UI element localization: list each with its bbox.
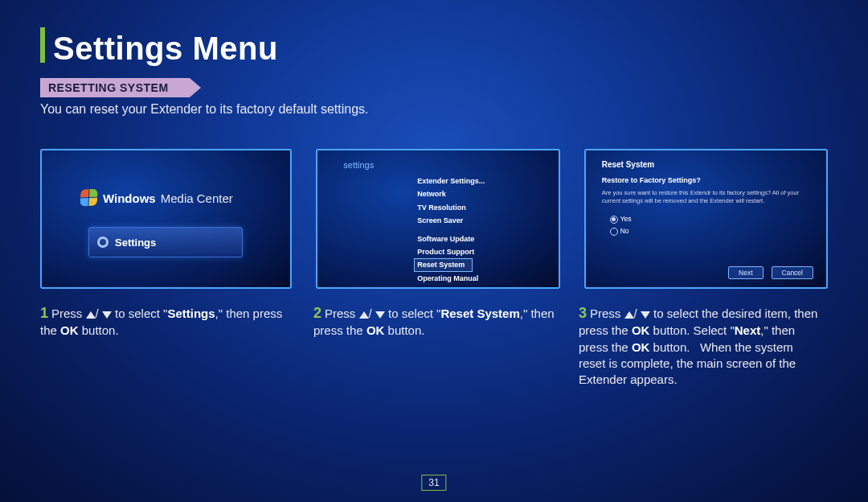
- down-arrow-icon: [641, 311, 650, 319]
- up-arrow-icon: [86, 311, 96, 319]
- radio-selected-icon: [610, 216, 618, 224]
- list-item: Network: [414, 187, 488, 200]
- logo-text-light: Media Center: [161, 191, 233, 205]
- radio-no: No: [610, 225, 632, 237]
- list-item-selected: Reset System: [414, 258, 473, 271]
- settings-tile-label: Settings: [115, 237, 156, 249]
- wmc-logo: Windows Media Center: [80, 189, 233, 207]
- dialog-buttons: Next Cancel: [728, 266, 813, 279]
- radio-unselected-icon: [610, 228, 618, 236]
- screenshots-row: Windows Media Center Settings settings E…: [40, 149, 828, 289]
- up-arrow-icon: [624, 311, 634, 319]
- step-2: 2Press / to select "Reset System," then …: [313, 303, 555, 388]
- next-button: Next: [728, 266, 763, 279]
- screenshot-2: settings Extender Settings... Network TV…: [316, 149, 559, 289]
- dialog-subtitle: Restore to Factory Settings?: [602, 176, 701, 184]
- screenshot-1: Windows Media Center Settings: [40, 149, 292, 289]
- windows-flag-icon: [80, 189, 98, 208]
- list-item: Software Update: [414, 232, 488, 245]
- accent-bar: [40, 27, 45, 63]
- title-row: Settings Menu: [40, 24, 828, 67]
- list-item: Screen Saver: [414, 214, 488, 227]
- list-item: Extender Settings...: [414, 175, 488, 187]
- list-item: Operating Manual: [414, 272, 488, 285]
- logo-text-strong: Windows: [103, 191, 156, 205]
- settings-list: Extender Settings... Network TV Resoluti…: [414, 175, 488, 285]
- radio-yes: Yes: [610, 213, 632, 225]
- down-arrow-icon: [375, 311, 385, 319]
- instruction-steps: 1Press / to select "Settings," then pres…: [40, 303, 828, 388]
- step-number: 2: [313, 305, 321, 321]
- list-item: TV Resolution: [414, 201, 488, 214]
- list-item: Product Support: [414, 245, 488, 258]
- page-number: 31: [421, 475, 446, 491]
- dialog-body: Are you sure want to restore this Extend…: [602, 189, 817, 205]
- settings-tile: Settings: [88, 227, 243, 257]
- up-arrow-icon: [359, 311, 369, 319]
- section-label: RESETTING SYSTEM: [40, 78, 190, 97]
- page-title: Settings Menu: [53, 31, 278, 67]
- manual-page: Settings Menu RESETTING SYSTEM You can r…: [0, 0, 868, 502]
- step-number: 3: [579, 305, 587, 321]
- cancel-button: Cancel: [772, 266, 813, 279]
- dialog-title: Reset System: [602, 160, 655, 169]
- step-number: 1: [40, 305, 48, 321]
- step-1: 1Press / to select "Settings," then pres…: [40, 303, 289, 388]
- gear-icon: [97, 237, 108, 248]
- step-3: 3Press / to select the desired item, the…: [579, 303, 820, 388]
- screenshot-3: Reset System Restore to Factory Settings…: [584, 149, 828, 289]
- radio-group: Yes No: [610, 213, 632, 238]
- settings-header: settings: [343, 160, 374, 170]
- intro-text: You can reset your Extender to its facto…: [40, 102, 828, 117]
- down-arrow-icon: [102, 311, 112, 319]
